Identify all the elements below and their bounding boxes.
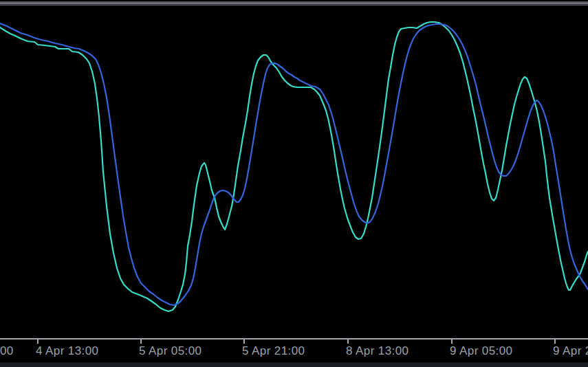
time-label: 8 Apr 13:00 <box>346 344 409 358</box>
axis-tick <box>37 340 39 344</box>
time-label: 00 <box>0 344 14 358</box>
axis-tick <box>554 340 556 344</box>
time-label: 9 Apr 05:00 <box>450 344 512 358</box>
time-label: 5 Apr 05:00 <box>139 344 202 358</box>
time-label: 4 Apr 13:00 <box>36 344 98 358</box>
axis-tick <box>140 340 142 344</box>
indicator-plot-area[interactable] <box>0 0 588 338</box>
time-label: 5 Apr 21:00 <box>242 344 305 358</box>
line_turquoise <box>0 22 588 311</box>
bottom-window-edge <box>0 362 588 367</box>
time-label: 9 Apr 21:00 <box>553 344 588 358</box>
time-axis[interactable]: 004 Apr 13:005 Apr 05:005 Apr 21:008 Apr… <box>0 338 588 362</box>
axis-tick <box>347 340 349 344</box>
line_blue <box>0 23 588 305</box>
indicator-subwindow: 004 Apr 13:005 Apr 05:005 Apr 21:008 Apr… <box>0 0 588 367</box>
oscillator-lines-svg <box>0 0 588 338</box>
time-axis-line <box>0 338 588 340</box>
axis-tick <box>243 340 245 344</box>
axis-tick <box>451 340 453 344</box>
